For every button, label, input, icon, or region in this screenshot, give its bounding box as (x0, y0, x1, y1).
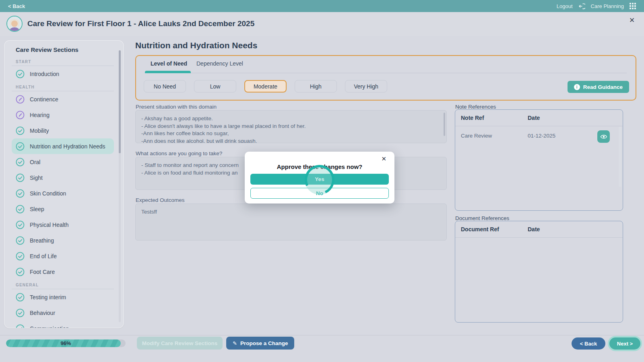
actions-label: What actions are you going to take? (136, 150, 222, 156)
sidebar-item-label: Sleep (30, 206, 44, 212)
page-header: Care Review for First Floor 1 - Alice La… (0, 12, 644, 36)
app-name: Care Planning (591, 3, 624, 9)
level-low-button[interactable]: Low (194, 80, 236, 93)
sidebar-item-label: Introduction (30, 71, 59, 77)
check-circle-icon (16, 126, 25, 135)
approve-changes-modal: ✕ Approve these changes now? Yes No (245, 152, 394, 204)
sidebar-item-physical-health[interactable]: Physical Health (12, 217, 114, 232)
level-options: No Need Low Moderate High Very High (144, 80, 387, 93)
sidebar-item-label: Nutrition and Hydration Needs (30, 143, 105, 150)
modify-care-review-sections-button[interactable]: Modify Care Review Sections (137, 337, 223, 350)
present-situation-label: Present situation with this domain (136, 104, 217, 110)
sidebar-item-label: Breathing (30, 237, 54, 244)
check-circle-icon (16, 309, 25, 317)
note-references-table: Note Ref Date Care Review 01-12-2025 (455, 109, 623, 211)
progress-bar: 96% (6, 339, 126, 347)
care-review-sections-panel: Care Review Sections START Introduction … (4, 40, 124, 328)
textarea-scrollbar-thumb[interactable] (444, 113, 445, 136)
check-circle-icon (16, 267, 25, 276)
sidebar-item-mobility[interactable]: Mobility (12, 123, 114, 138)
sidebar-item-label: Behaviour (30, 310, 55, 316)
sidebar-item-label: Communication (30, 325, 69, 329)
table-header-divider (455, 126, 623, 126)
topbar-back-button[interactable]: < Back (8, 3, 25, 9)
sidebar-title: Care Review Sections (16, 46, 114, 53)
sidebar-item-behaviour[interactable]: Behaviour (12, 305, 114, 321)
note-ref-column-header: Note Ref (461, 115, 484, 121)
care-review-page: < Back Logout Care Planning Care Re (0, 0, 644, 362)
sidebar-group-start: START (12, 56, 114, 66)
read-guidance-button[interactable]: i Read Guidance (568, 81, 629, 93)
modal-close-icon[interactable]: ✕ (381, 155, 386, 162)
sidebar-item-continence[interactable]: Continence (12, 91, 114, 107)
sidebar-item-sleep[interactable]: Sleep (12, 201, 114, 217)
check-circle-icon (16, 220, 25, 229)
table-header-divider (455, 237, 623, 238)
note-date-cell: 01-12-2025 (528, 133, 555, 139)
resident-avatar (6, 16, 23, 32)
sidebar-item-label: Physical Health (30, 222, 69, 228)
date-column-header: Date (528, 226, 540, 232)
sidebar-item-label: Hearing (30, 112, 50, 118)
eye-icon (600, 134, 607, 140)
expected-outcomes-textarea[interactable]: Testsff (135, 204, 447, 241)
sidebar-item-label: Foot Care (30, 269, 55, 275)
level-moderate-button[interactable]: Moderate (244, 80, 287, 93)
sidebar-item-label: Skin Condition (30, 190, 66, 197)
check-circle-icon (16, 293, 25, 302)
sidebar-group-health: HEALTH (12, 82, 114, 91)
level-very-high-button[interactable]: Very High (345, 80, 387, 93)
sidebar-item-label: Sight (30, 175, 43, 181)
logout-button[interactable]: Logout (557, 3, 573, 9)
check-circle-icon (16, 142, 25, 151)
level-no-need-button[interactable]: No Need (144, 80, 186, 93)
tab-dependency-level[interactable]: Dependency Level (196, 60, 243, 67)
back-label: < Back (8, 3, 25, 9)
level-of-need-panel: Level of Need Dependency Level No Need L… (135, 55, 636, 101)
propose-a-change-button[interactable]: ✎ Propose a Change (226, 337, 294, 350)
sidebar-item-end-of-life[interactable]: End of Life (12, 248, 114, 264)
sidebar-item-sight[interactable]: Sight (12, 170, 114, 185)
expected-outcomes-label: Expected Outcomes (136, 197, 185, 203)
sidebar-group-general: GENERAL (12, 280, 114, 289)
close-icon[interactable]: ✕ (629, 16, 635, 25)
page-title: Care Review for First Floor 1 - Alice La… (27, 19, 254, 28)
note-references-title: Note References (455, 104, 496, 110)
view-note-button[interactable] (597, 130, 610, 143)
sidebar-item-oral[interactable]: Oral (12, 154, 114, 170)
table-scrollbar-track[interactable] (619, 127, 621, 187)
document-references-title: Document References (455, 215, 509, 221)
check-circle-icon (16, 189, 25, 198)
check-circle-icon (16, 173, 25, 182)
next-button[interactable]: Next > (609, 337, 640, 350)
sidebar-item-breathing[interactable]: Breathing (12, 232, 114, 248)
sidebar-item-label: Testing interim (30, 294, 66, 300)
footer-bar: 96% Modify Care Review Sections ✎ Propos… (0, 335, 644, 362)
back-button[interactable]: < Back (572, 337, 605, 350)
logout-icon[interactable] (578, 3, 585, 10)
sidebar-item-hearing[interactable]: Hearing (12, 107, 114, 123)
level-high-button[interactable]: High (295, 80, 337, 93)
sidebar-item-testing-interim[interactable]: Testing interim (12, 289, 114, 305)
tab-level-of-need[interactable]: Level of Need (151, 60, 187, 67)
info-icon: i (574, 84, 580, 90)
pencil-circle-icon (16, 95, 25, 104)
sidebar-scrollbar-thumb[interactable] (119, 50, 121, 153)
sidebar-item-introduction[interactable]: Introduction (12, 66, 114, 82)
sidebar-item-skin-condition[interactable]: Skin Condition (12, 185, 114, 201)
sidebar-item-communication[interactable]: Communication (12, 321, 114, 328)
sidebar-item-nutrition-and-hydration-needs[interactable]: Nutrition and Hydration Needs (12, 138, 114, 154)
section-title: Nutrition and Hydration Needs (135, 41, 257, 50)
check-circle-icon (16, 70, 25, 78)
top-bar: < Back Logout Care Planning (0, 0, 644, 12)
check-circle-icon (16, 252, 25, 261)
active-tab-indicator (145, 71, 191, 73)
document-ref-column-header: Document Ref (461, 226, 499, 232)
pencil-circle-icon (16, 111, 25, 119)
topbar-right: Logout Care Planning (557, 3, 636, 10)
check-circle-icon (16, 158, 25, 167)
sidebar-item-foot-care[interactable]: Foot Care (12, 264, 114, 280)
apps-grid-icon[interactable] (630, 3, 636, 9)
present-situation-textarea[interactable]: - Akshay has a good appetite. - Alice do… (135, 110, 447, 143)
sidebar-item-label: Oral (30, 159, 40, 165)
